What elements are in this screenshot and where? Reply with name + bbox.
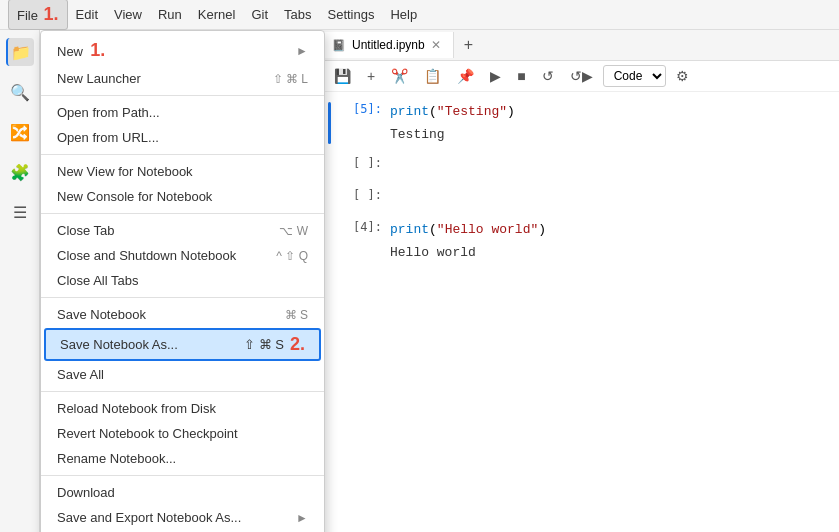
separator-3 bbox=[41, 213, 324, 214]
blue-bar-4 bbox=[328, 220, 331, 262]
export-submenu-arrow: ► bbox=[296, 511, 308, 525]
cell-3: [ ]: bbox=[320, 182, 839, 214]
paste-btn[interactable]: 📌 bbox=[451, 66, 480, 86]
new-launcher-shortcut: ⇧ ⌘ L bbox=[273, 72, 308, 86]
cell-2: [ ]: bbox=[320, 150, 839, 182]
file-dropdown-menu: New 1. ► New Launcher ⇧ ⌘ L Open from Pa… bbox=[40, 30, 325, 532]
sidebar-icon-files[interactable]: 📁 bbox=[6, 38, 34, 66]
menu-settings[interactable]: Settings bbox=[319, 3, 382, 26]
tab-close-btn[interactable]: ✕ bbox=[431, 38, 441, 52]
menu-git[interactable]: Git bbox=[243, 3, 276, 26]
menu-tabs[interactable]: Tabs bbox=[276, 3, 319, 26]
save-toolbar-btn[interactable]: 💾 bbox=[328, 66, 357, 86]
menu-item-save-as[interactable]: Save Notebook As... ⇧ ⌘ S 2. bbox=[44, 328, 321, 361]
menu-item-close-all[interactable]: Close All Tabs bbox=[41, 268, 324, 293]
menu-item-new-view[interactable]: New View for Notebook bbox=[41, 159, 324, 184]
cut-btn[interactable]: ✂️ bbox=[385, 66, 414, 86]
notebook-tab-untitled[interactable]: 📓 Untitled.ipynb ✕ bbox=[320, 32, 454, 58]
menu-file[interactable]: File 1. bbox=[8, 0, 68, 30]
blue-bar-3 bbox=[328, 188, 331, 208]
add-cell-btn[interactable]: + bbox=[361, 66, 381, 86]
step1-label: 1. bbox=[90, 40, 105, 60]
menu-item-new-console[interactable]: New Console for Notebook bbox=[41, 184, 324, 209]
menu-run[interactable]: Run bbox=[150, 3, 190, 26]
separator-1 bbox=[41, 95, 324, 96]
menu-item-reload[interactable]: Reload Notebook from Disk bbox=[41, 396, 324, 421]
notebook-panel: 📓 Untitled.ipynb ✕ + 💾 + ✂️ 📋 📌 ▶ ■ ↺ ↺▶… bbox=[320, 30, 839, 532]
cell-1-code[interactable]: print("Testing") bbox=[390, 102, 831, 121]
notebook-toolbar: 💾 + ✂️ 📋 📌 ▶ ■ ↺ ↺▶ Code ⚙ bbox=[320, 61, 839, 92]
menu-item-open-path[interactable]: Open from Path... bbox=[41, 100, 324, 125]
sidebar-icon-menu[interactable]: ☰ bbox=[6, 198, 34, 226]
cell-4-body[interactable]: print("Hello world") Hello world bbox=[390, 220, 831, 262]
tab-new-btn[interactable]: + bbox=[454, 30, 483, 60]
cell-1-body[interactable]: print("Testing") Testing bbox=[390, 102, 831, 144]
cell-4-output: Hello world bbox=[390, 243, 831, 262]
menu-item-close-tab[interactable]: Close Tab ⌥ W bbox=[41, 218, 324, 243]
file-browser-panel: 🔍 ▲ Last Modified a year ago 2 years ago… bbox=[40, 30, 320, 532]
separator-6 bbox=[41, 475, 324, 476]
sidebar-icon-search[interactable]: 🔍 bbox=[6, 78, 34, 106]
menu-view[interactable]: View bbox=[106, 3, 150, 26]
menu-kernel[interactable]: Kernel bbox=[190, 3, 244, 26]
cell-3-body[interactable] bbox=[390, 188, 831, 208]
separator-4 bbox=[41, 297, 324, 298]
copy-btn[interactable]: 📋 bbox=[418, 66, 447, 86]
cell-4-prompt: [4]: bbox=[335, 220, 390, 262]
menu-item-save[interactable]: Save Notebook ⌘ S bbox=[41, 302, 324, 327]
notebook-tabs: 📓 Untitled.ipynb ✕ + bbox=[320, 30, 839, 61]
separator-2 bbox=[41, 154, 324, 155]
notebook-icon: 📓 bbox=[332, 39, 346, 52]
sidebar-icon-extensions[interactable]: 🧩 bbox=[6, 158, 34, 186]
cell-2-body[interactable] bbox=[390, 156, 831, 176]
cell-1-output: Testing bbox=[390, 125, 831, 144]
menu-help[interactable]: Help bbox=[382, 3, 425, 26]
menu-item-download[interactable]: Download bbox=[41, 480, 324, 505]
sidebar-icon-git[interactable]: 🔀 bbox=[6, 118, 34, 146]
menu-item-close-shutdown[interactable]: Close and Shutdown Notebook ^ ⇧ Q bbox=[41, 243, 324, 268]
menu-item-save-all[interactable]: Save All bbox=[41, 362, 324, 387]
cell-3-prompt: [ ]: bbox=[335, 188, 390, 208]
cell-4: [4]: print("Hello world") Hello world bbox=[320, 218, 839, 264]
menu-item-new[interactable]: New 1. ► bbox=[41, 35, 324, 66]
menubar: File 1. Edit View Run Kernel Git Tabs Se… bbox=[0, 0, 839, 30]
restart-run-btn[interactable]: ↺▶ bbox=[564, 66, 599, 86]
cell-1: [5]: print("Testing") Testing bbox=[320, 100, 839, 146]
stop-btn[interactable]: ■ bbox=[511, 66, 531, 86]
submenu-arrow: ► bbox=[296, 44, 308, 58]
cell-4-code[interactable]: print("Hello world") bbox=[390, 220, 831, 239]
menu-item-revert[interactable]: Revert Notebook to Checkpoint bbox=[41, 421, 324, 446]
save-as-shortcut: ⇧ ⌘ S bbox=[244, 337, 284, 352]
menu-item-save-export[interactable]: Save and Export Notebook As... ► bbox=[41, 505, 324, 530]
notebook-cells: [5]: print("Testing") Testing [ ]: [ ]: bbox=[320, 92, 839, 532]
cell-type-select[interactable]: Code bbox=[603, 65, 666, 87]
save-shortcut: ⌘ S bbox=[285, 308, 308, 322]
blue-bar-1 bbox=[328, 102, 331, 144]
sidebar-icons: 📁 🔍 🔀 🧩 ☰ bbox=[0, 30, 40, 532]
settings-toolbar-btn[interactable]: ⚙ bbox=[670, 66, 695, 86]
step2-label: 2. bbox=[290, 334, 305, 355]
blue-bar-2 bbox=[328, 156, 331, 176]
separator-5 bbox=[41, 391, 324, 392]
step-1-badge: 1. bbox=[44, 4, 59, 25]
menu-edit[interactable]: Edit bbox=[68, 3, 106, 26]
cell-1-prompt: [5]: bbox=[335, 102, 390, 144]
restart-btn[interactable]: ↺ bbox=[536, 66, 560, 86]
run-btn[interactable]: ▶ bbox=[484, 66, 507, 86]
menu-item-rename[interactable]: Rename Notebook... bbox=[41, 446, 324, 471]
menu-item-new-launcher[interactable]: New Launcher ⇧ ⌘ L bbox=[41, 66, 324, 91]
close-tab-shortcut: ⌥ W bbox=[279, 224, 308, 238]
cell-2-prompt: [ ]: bbox=[335, 156, 390, 176]
menu-item-open-url[interactable]: Open from URL... bbox=[41, 125, 324, 150]
close-shutdown-shortcut: ^ ⇧ Q bbox=[276, 249, 308, 263]
